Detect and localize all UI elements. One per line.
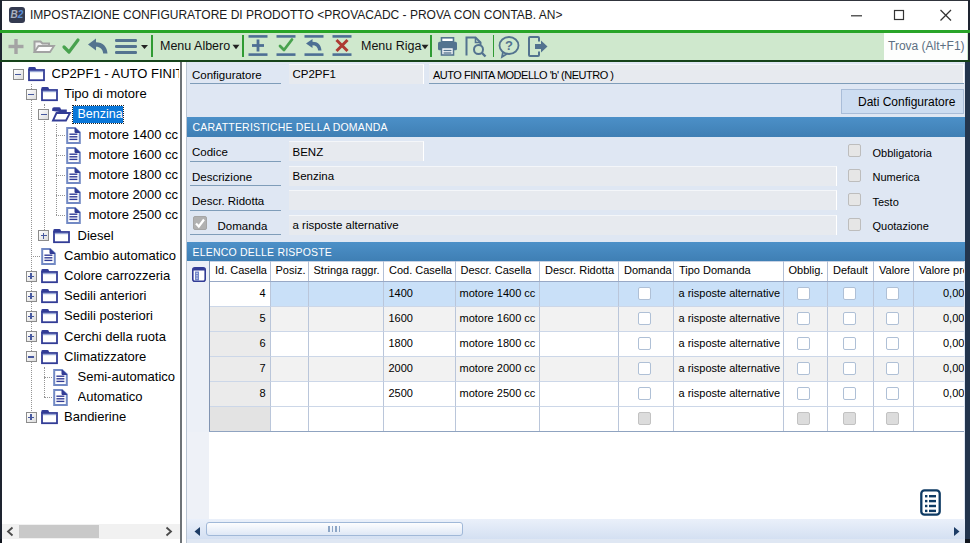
svg-text:?: ? xyxy=(505,38,513,53)
